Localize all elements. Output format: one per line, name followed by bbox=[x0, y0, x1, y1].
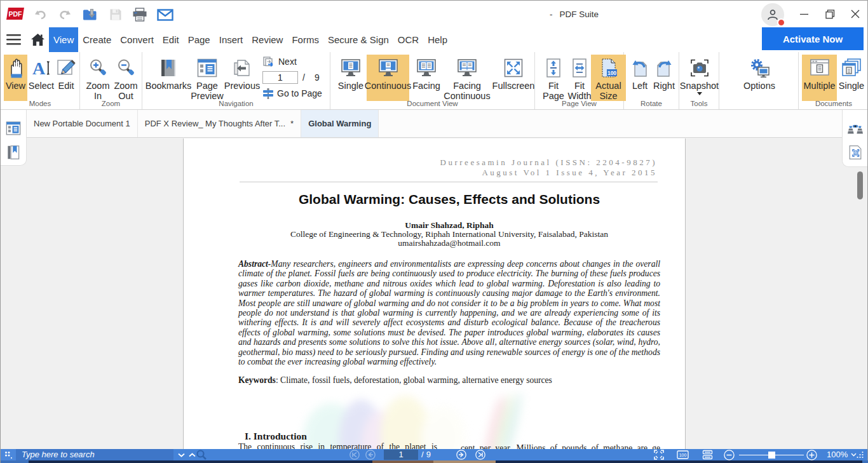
page-preview-panel-button[interactable] bbox=[1, 117, 26, 139]
bookmarks-panel-icon bbox=[6, 145, 20, 160]
tab-new-portable-document[interactable]: New Portable Document 1 bbox=[27, 110, 138, 137]
paper-email: umairshahzada@hotmail.com bbox=[238, 238, 660, 248]
close-button[interactable] bbox=[846, 4, 865, 23]
zoom-out-icon bbox=[116, 55, 136, 81]
group-label-rotate: Rotate bbox=[624, 100, 679, 107]
menu-item-edit[interactable]: Edit bbox=[158, 27, 184, 52]
group-label-tools: Tools bbox=[679, 100, 719, 107]
search-grip-icon[interactable] bbox=[1, 449, 16, 460]
paper-title: Global Warming: Causes, Effects and Solu… bbox=[238, 192, 660, 207]
menu-item-secure-sign[interactable]: Secure & Sign bbox=[323, 27, 393, 52]
tab-pdf-x-review[interactable]: PDF X Review_ My Thoughts After T... * bbox=[138, 110, 301, 137]
intro-column-right: cent per year. Millions of pounds of met… bbox=[461, 443, 660, 449]
zoom-level[interactable]: 100% bbox=[827, 449, 857, 460]
next-page-button[interactable]: Next bbox=[262, 56, 297, 67]
single-document-button[interactable]: Single bbox=[837, 55, 865, 101]
view-mode-button[interactable]: View bbox=[4, 55, 27, 101]
menu-item-review[interactable]: Review bbox=[247, 27, 287, 52]
menu-item-insert[interactable]: Insert bbox=[215, 27, 248, 52]
next-page-icon bbox=[262, 56, 275, 67]
email-button[interactable] bbox=[157, 8, 173, 22]
menu-item-create[interactable]: Create bbox=[78, 27, 116, 52]
status-page-number-input[interactable]: 1 bbox=[384, 450, 418, 460]
search-magnifier-icon[interactable] bbox=[196, 450, 207, 460]
fit-width-button[interactable]: Fit Width bbox=[566, 55, 593, 101]
account-avatar[interactable] bbox=[761, 3, 785, 27]
bookmarks-panel-button[interactable] bbox=[1, 142, 26, 163]
ribbon-page-number-input[interactable]: 1 bbox=[262, 71, 298, 84]
search-panel-button[interactable] bbox=[843, 117, 867, 139]
menu-item-help[interactable]: Help bbox=[423, 27, 452, 52]
actual-size-status-icon[interactable]: 100 bbox=[677, 450, 689, 460]
previous-page-button[interactable]: Previous bbox=[223, 55, 261, 101]
search-input[interactable]: Type here to search bbox=[16, 449, 173, 460]
vertical-scrollbar-thumb[interactable] bbox=[857, 171, 863, 199]
activate-now-button[interactable]: Activate Now bbox=[762, 27, 864, 50]
snapshot-dropdown-caret[interactable] bbox=[697, 92, 702, 95]
select-mode-button[interactable]: A Select bbox=[29, 55, 53, 101]
document-tab-bar: New Portable Document 1 PDF X Review_ My… bbox=[1, 110, 867, 138]
watercolor-arc bbox=[489, 394, 539, 449]
save-button[interactable] bbox=[107, 8, 124, 22]
app-window: PDF -PDF Suite View Create Conv bbox=[0, 0, 868, 463]
tab-global-warming[interactable]: Global Warming bbox=[301, 110, 378, 137]
snapshot-panel-button[interactable] bbox=[843, 142, 867, 163]
zoom-in-button[interactable]: Zoom In bbox=[84, 55, 112, 101]
notification-dot bbox=[777, 18, 785, 27]
open-folder-button[interactable] bbox=[82, 8, 98, 22]
print-button[interactable] bbox=[132, 8, 148, 22]
go-to-page-button[interactable]: Go to Page bbox=[262, 88, 322, 99]
menu-item-ocr[interactable]: OCR bbox=[393, 27, 423, 52]
journal-header: Durreesamin Journal (ISSN: 2204-9827) Au… bbox=[440, 158, 657, 177]
snapshot-button[interactable]: Snapshot bbox=[678, 55, 721, 101]
status-page-separator: / bbox=[421, 449, 424, 460]
search-next-chevron-icon[interactable] bbox=[178, 453, 185, 457]
last-page-button[interactable] bbox=[475, 450, 485, 460]
minimize-button[interactable] bbox=[795, 4, 814, 23]
facing-view-button[interactable]: Facing bbox=[411, 55, 442, 101]
restore-button[interactable] bbox=[820, 4, 839, 23]
single-view-button[interactable]: Single bbox=[336, 55, 366, 101]
hamburger-menu-icon[interactable] bbox=[1, 27, 26, 52]
zoom-out-button[interactable]: Zoom Out bbox=[112, 55, 140, 101]
multiple-documents-button[interactable]: Multiple bbox=[802, 55, 837, 101]
home-icon[interactable] bbox=[26, 27, 49, 52]
zoom-slider-thumb[interactable] bbox=[768, 452, 775, 459]
tab-bar-empty-space bbox=[378, 110, 867, 137]
taskbar-edge bbox=[1, 460, 867, 463]
redo-button[interactable] bbox=[57, 8, 73, 22]
continuous-view-button[interactable]: Continuous bbox=[367, 55, 409, 101]
zoom-out-status-button[interactable] bbox=[724, 450, 735, 460]
ribbon-group-navigation: Bookmarks Page Preview Previous Next 1 /… bbox=[142, 52, 330, 109]
page-layout-status-icon[interactable] bbox=[702, 450, 713, 460]
first-page-button[interactable] bbox=[349, 450, 360, 460]
undo-button[interactable] bbox=[32, 8, 49, 22]
resize-grip-icon bbox=[856, 451, 864, 459]
bookmarks-button[interactable]: Bookmarks bbox=[144, 55, 193, 101]
previous-page-status-button[interactable] bbox=[365, 450, 376, 460]
group-label-modes: Modes bbox=[1, 100, 79, 107]
zoom-in-icon bbox=[88, 55, 108, 81]
snapshot-region-icon bbox=[848, 145, 863, 160]
next-page-status-button[interactable] bbox=[456, 450, 466, 460]
search-prev-chevron-icon[interactable] bbox=[189, 453, 196, 457]
facing-continuous-view-button[interactable]: Facing Continuous bbox=[441, 55, 493, 101]
actual-size-button[interactable]: 100 Actual Size bbox=[591, 55, 626, 101]
zoom-in-status-button[interactable] bbox=[806, 450, 817, 460]
fit-screen-status-icon[interactable] bbox=[654, 450, 664, 460]
menu-item-forms[interactable]: Forms bbox=[287, 27, 323, 52]
edit-mode-button[interactable]: Edit bbox=[54, 55, 78, 101]
page-preview-button[interactable]: Page Preview bbox=[189, 55, 225, 101]
options-button[interactable]: Options bbox=[739, 55, 780, 101]
fit-page-button[interactable]: Fit Page bbox=[540, 55, 567, 101]
menu-item-view[interactable]: View bbox=[49, 27, 78, 52]
title-app-name: PDF Suite bbox=[560, 10, 599, 19]
rotate-right-button[interactable]: Right bbox=[651, 55, 677, 101]
taskbar-segment bbox=[862, 460, 868, 463]
ribbon-group-tools: Snapshot Tools bbox=[679, 52, 719, 109]
menu-item-convert[interactable]: Convert bbox=[116, 27, 158, 52]
multiple-documents-icon bbox=[810, 55, 830, 81]
fullscreen-button[interactable]: Fullscreen bbox=[491, 55, 536, 101]
menu-item-page[interactable]: Page bbox=[184, 27, 215, 52]
rotate-left-button[interactable]: Left bbox=[627, 55, 653, 101]
